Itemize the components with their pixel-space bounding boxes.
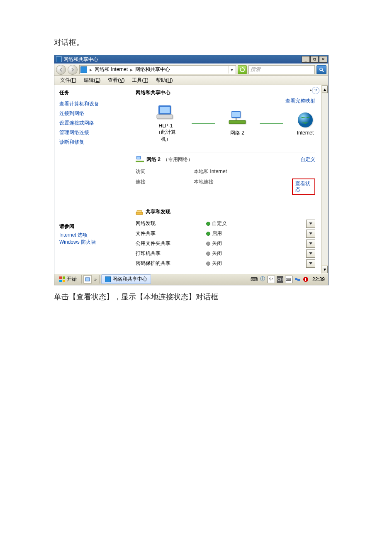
scroll-up-button[interactable]: ▴ <box>322 86 328 93</box>
svg-rect-18 <box>63 280 65 282</box>
address-bar: ▸ 网络和 Internet ▸ 网络和共享中心 ▾ 搜索 <box>54 64 328 76</box>
close-button[interactable]: ✕ <box>319 56 327 63</box>
expand-row-button[interactable] <box>306 259 315 268</box>
menu-edit[interactable]: 编辑(E) <box>80 76 104 85</box>
share-row-status-text: 关闭 <box>212 260 222 267</box>
share-row-status: 启用 <box>206 230 222 237</box>
share-row-status: 关闭 <box>206 260 222 267</box>
tray-keyboard-layout-icon[interactable]: ⌨ <box>285 276 292 283</box>
menu-bar: 文件(F) 编辑(E) 查看(V) 工具(T) 帮助(H) <box>54 76 328 85</box>
svg-rect-7 <box>229 120 246 124</box>
status-dot-icon <box>206 232 210 236</box>
refresh-button[interactable] <box>238 65 247 74</box>
share-row-status: 自定义 <box>206 220 227 227</box>
breadcrumb-seg-2[interactable]: 网络和共享中心 <box>135 66 170 73</box>
start-label: 开始 <box>67 276 77 283</box>
view-status-link[interactable]: 查看状态 <box>292 178 315 195</box>
tray-security-alert-icon[interactable] <box>302 276 309 283</box>
nav-back-button[interactable] <box>56 65 66 75</box>
expand-row-button[interactable] <box>306 220 315 228</box>
quick-launch-show-desktop[interactable] <box>83 275 92 284</box>
start-button[interactable]: 开始 <box>56 274 80 284</box>
svg-rect-21 <box>297 279 300 281</box>
menu-file[interactable]: 文件(F) <box>57 76 80 85</box>
sidebar-item-view-devices[interactable]: 查看计算机和设备 <box>59 100 128 108</box>
restore-button[interactable]: ⧉ <box>310 56 319 63</box>
quick-launch-overflow[interactable]: » <box>93 277 97 282</box>
svg-rect-4 <box>157 115 173 119</box>
share-row-status-text: 关闭 <box>212 250 222 257</box>
divider <box>136 199 315 199</box>
share-row: 网络发现自定义 <box>136 219 315 229</box>
scroll-track[interactable] <box>321 93 328 265</box>
vertical-scrollbar[interactable]: ▴ ▾ <box>321 85 328 274</box>
menu-tools[interactable]: 工具(T) <box>129 76 151 85</box>
status-dot-icon <box>206 242 210 246</box>
tray-help-icon[interactable]: ⓘ <box>259 276 266 283</box>
map-node-label: Internet <box>295 130 315 136</box>
tray-network-icon[interactable] <box>294 276 301 283</box>
titlebar: 网络和共享中心 _ ⧉ ✕ <box>54 55 328 64</box>
svg-rect-3 <box>160 107 170 113</box>
tray-ime-icon[interactable]: 中 <box>268 276 275 283</box>
sidebar-item-manage-connections[interactable]: 管理网络连接 <box>59 129 128 136</box>
sidebar-item-connect-network[interactable]: 连接到网络 <box>59 110 128 117</box>
network-section-head: 网络 2 （专用网络） 自定义 <box>136 156 315 163</box>
svg-point-9 <box>298 112 313 127</box>
main-panel: ▴ ? 网络和共享中心 查看完整映射 HLP-1 <box>133 85 321 274</box>
help-icon[interactable]: ? <box>312 87 319 94</box>
breadcrumb[interactable]: ▸ 网络和 Internet ▸ 网络和共享中心 ▾ <box>79 65 236 74</box>
doc-text-above: 对话框。 <box>54 37 338 47</box>
search-icon <box>319 67 324 72</box>
expand-row-button[interactable] <box>306 240 315 248</box>
taskbar-task-network-center[interactable]: 网络和共享中心 <box>101 274 151 284</box>
taskbar: 开始 » 网络和共享中心 ⌨ ⓘ 中 CH ⌨ <box>54 274 328 285</box>
expand-row-button[interactable] <box>306 249 315 258</box>
svg-rect-17 <box>59 280 62 282</box>
map-node-sublabel: （此计算机） <box>152 129 179 143</box>
map-node-internet[interactable]: Internet <box>295 111 315 136</box>
map-node-label: HLP-1 <box>152 123 179 129</box>
network-small-icon <box>136 156 144 163</box>
sidebar-item-setup-connection[interactable]: 设置连接或网络 <box>59 120 128 127</box>
map-node-this-pc[interactable]: HLP-1 （此计算机） <box>152 104 179 143</box>
connection-label: 连接 <box>136 178 194 195</box>
search-input[interactable]: 搜索 <box>248 65 315 74</box>
menu-help[interactable]: 帮助(H) <box>153 76 176 85</box>
window-network-center: 网络和共享中心 _ ⧉ ✕ ▸ 网络和 Internet ▸ 网络和共享中心 <box>54 55 329 285</box>
breadcrumb-dropdown[interactable]: ▾ <box>229 66 235 73</box>
customize-link[interactable]: 自定义 <box>300 156 315 163</box>
sidebar-item-diagnose-repair[interactable]: 诊断和修复 <box>59 139 128 146</box>
network-map: HLP-1 （此计算机） 网络 2 <box>152 104 315 143</box>
expand-row-button[interactable] <box>306 230 315 238</box>
nav-forward-button[interactable] <box>68 65 78 75</box>
svg-rect-6 <box>232 112 240 117</box>
share-row: 文件共享启用 <box>136 229 315 239</box>
share-row: 公用文件夹共享关闭 <box>136 239 315 249</box>
sidebar-tasks-head: 任务 <box>59 89 128 96</box>
tray-keyboard-icon[interactable]: ⌨ <box>251 276 258 283</box>
svg-rect-16 <box>63 276 65 279</box>
sidebar-seealso-internet-options[interactable]: Internet 选项 <box>59 232 128 239</box>
share-row-label: 网络发现 <box>136 220 206 227</box>
sidebar-seealso-windows-firewall[interactable]: Windows 防火墙 <box>59 239 128 246</box>
status-dot-icon <box>206 222 210 226</box>
share-row-status: 关闭 <box>206 250 222 257</box>
map-node-network[interactable]: 网络 2 <box>227 110 247 137</box>
map-connector <box>260 123 283 124</box>
status-dot-icon <box>206 252 210 256</box>
breadcrumb-seg-1[interactable]: 网络和 Internet <box>95 66 128 73</box>
tray-lang-icon[interactable]: CH <box>277 276 283 283</box>
sharing-icon <box>136 208 143 215</box>
share-row-label: 公用文件夹共享 <box>136 240 206 247</box>
chevron-down-icon <box>309 242 312 245</box>
menu-view[interactable]: 查看(V) <box>105 76 128 85</box>
scroll-down-button[interactable]: ▾ <box>322 266 328 273</box>
chevron-down-icon <box>309 262 312 265</box>
row-access: 访问 本地和 Internet <box>136 166 315 177</box>
system-tray: ⌨ ⓘ 中 CH ⌨ 22:39 <box>251 276 326 283</box>
chevron-down-icon <box>309 232 312 235</box>
minimize-button[interactable]: _ <box>302 56 310 63</box>
search-go-button[interactable] <box>317 65 326 74</box>
taskbar-clock[interactable]: 22:39 <box>311 276 326 282</box>
